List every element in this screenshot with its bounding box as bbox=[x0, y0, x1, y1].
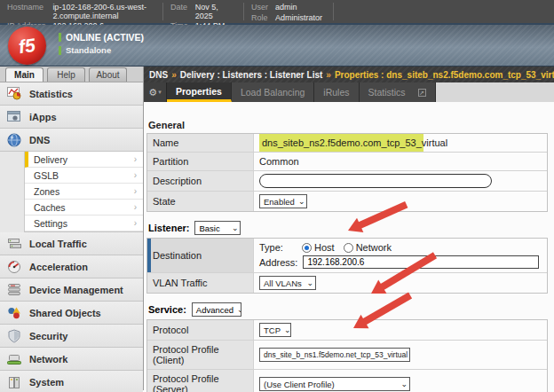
protocol-profile-server-select[interactable]: (Use Client Profile) bbox=[259, 377, 410, 391]
sidebar-item-shared-objects[interactable]: Shared Objects bbox=[0, 302, 143, 325]
breadcrumb-dns[interactable]: DNS bbox=[149, 70, 168, 80]
dns-globe-icon bbox=[7, 133, 22, 147]
sidebar-tabs: Main Help About bbox=[0, 67, 143, 82]
dns-label: DNS bbox=[29, 135, 50, 145]
sidebar-item-settings[interactable]: Settings bbox=[25, 216, 143, 231]
sidebar-item-device-management[interactable]: Device Management bbox=[0, 278, 143, 302]
f5-logo[interactable]: f5 bbox=[8, 27, 46, 65]
date-label: Date bbox=[170, 3, 188, 20]
options-gear-button[interactable]: ⚙ ▾ bbox=[144, 82, 167, 102]
name-row: Name dns_siteb_ns2.f5demo.com_tcp_53_vir… bbox=[147, 134, 547, 153]
acceleration-label: Acceleration bbox=[29, 262, 88, 272]
type-host-label: Host bbox=[314, 242, 335, 253]
network-icon bbox=[7, 352, 22, 365]
protocol-select[interactable]: TCP bbox=[259, 323, 291, 337]
network-label: Network bbox=[29, 354, 67, 365]
service-section-header: Service: Advanced bbox=[148, 302, 554, 317]
tab-properties[interactable]: Properties bbox=[167, 82, 232, 102]
protocol-row: Protocol TCP bbox=[147, 320, 547, 341]
protocol-profile-server-label: Protocol Profile (Server) bbox=[147, 370, 254, 392]
service-heading: Service: bbox=[148, 304, 186, 315]
tab-load-balancing-label: Load Balancing bbox=[241, 87, 305, 98]
state-select[interactable]: Enabled bbox=[259, 194, 307, 208]
vlan-traffic-select[interactable]: All VLANs bbox=[259, 276, 316, 290]
host-info-group: Hostname ip-102-168-200-6.us-west-2.comp… bbox=[0, 0, 162, 23]
service-mode-select[interactable]: Advanced bbox=[192, 302, 241, 317]
protocol-profile-client-label: Protocol Profile (Client) bbox=[147, 341, 254, 369]
service-table: Protocol TCP Protocol Profile (Client) d… bbox=[146, 319, 548, 392]
date-value: Nov 5, 2025 bbox=[195, 3, 236, 20]
name-label: Name bbox=[147, 134, 254, 152]
type-host-radio[interactable] bbox=[302, 243, 312, 253]
tab-properties-label: Properties bbox=[176, 86, 222, 97]
acceleration-icon bbox=[7, 260, 22, 273]
security-label: Security bbox=[29, 331, 67, 341]
sidebar-item-system[interactable]: System bbox=[0, 371, 143, 392]
tab-about[interactable]: About bbox=[89, 67, 127, 82]
partition-label: Partition bbox=[147, 153, 254, 170]
breadcrumb-current: Properties : dns_siteb_ns2.f5demo.com_tc… bbox=[335, 70, 554, 80]
sidebar-item-local-traffic[interactable]: Local Traffic bbox=[0, 232, 143, 255]
partition-value: Common bbox=[254, 153, 547, 170]
sidebar: Main Help About Statistics iApps bbox=[0, 67, 144, 390]
local-traffic-label: Local Traffic bbox=[29, 239, 87, 249]
role-label: Role bbox=[251, 13, 268, 23]
type-network-radio[interactable] bbox=[344, 243, 353, 253]
hostname-label: Hostname bbox=[7, 3, 45, 20]
description-input[interactable] bbox=[259, 174, 492, 188]
sidebar-item-security[interactable]: Security bbox=[0, 325, 143, 348]
protocol-profile-client-row: Protocol Profile (Client) dns_site_b_ns1… bbox=[147, 341, 547, 370]
partition-row: Partition Common bbox=[147, 153, 547, 171]
sidebar-item-statistics[interactable]: Statistics bbox=[0, 82, 143, 106]
f5-logo-text: f5 bbox=[18, 34, 37, 57]
local-traffic-icon bbox=[7, 237, 22, 250]
tab-load-balancing[interactable]: Load Balancing bbox=[232, 82, 314, 102]
name-value-highlighted: dns_siteb_ns2.f5demo.com_tcp_53_virtual bbox=[259, 134, 423, 152]
tab-irules[interactable]: iRules bbox=[314, 82, 359, 102]
listener-heading: Listener: bbox=[148, 223, 189, 233]
device-status: ONLINE (ACTIVE) Standalone bbox=[59, 32, 144, 58]
state-label: State bbox=[147, 192, 254, 211]
protocol-profile-client-select[interactable]: dns_site_b_ns1.f5demo.net_tcp_53_virtual bbox=[259, 348, 410, 362]
content-tabbar: ⚙ ▾ Properties Load Balancing iRules Sta… bbox=[144, 82, 554, 102]
description-row: Description bbox=[147, 171, 547, 192]
properties-form: General Name dns_siteb_ns2.f5demo.com_tc… bbox=[144, 102, 554, 390]
tab-statistics-label: Statistics bbox=[368, 87, 406, 98]
sidebar-item-zones[interactable]: Zones bbox=[25, 184, 143, 200]
destination-highlight-bar bbox=[147, 239, 151, 272]
gear-icon: ⚙ bbox=[148, 88, 157, 98]
vlan-traffic-label: VLAN Traffic bbox=[147, 273, 254, 293]
dns-submenu: Delivery GSLB Zones Caches Settings bbox=[24, 152, 143, 232]
user-info-group: User admin Role Administrator bbox=[244, 0, 333, 23]
hostname-value: ip-102-168-200-6.us-west-2.compute.inter… bbox=[52, 3, 155, 20]
system-icon bbox=[7, 376, 22, 389]
statistics-icon bbox=[7, 87, 22, 100]
breadcrumb-trail[interactable]: Delivery : Listeners : Listener List bbox=[180, 70, 323, 80]
online-status-text: ONLINE (ACTIVE) bbox=[66, 32, 144, 43]
address-label: Address: bbox=[259, 257, 297, 268]
sidebar-item-dns[interactable]: DNS bbox=[0, 129, 143, 152]
listener-mode-select[interactable]: Basic bbox=[194, 221, 241, 235]
sidebar-item-iapps[interactable]: iApps bbox=[0, 106, 143, 129]
address-input[interactable] bbox=[303, 255, 539, 269]
listener-table: Destination Type: Host Network Address: bbox=[146, 238, 548, 294]
topbar-divider bbox=[333, 3, 334, 20]
tab-help[interactable]: Help bbox=[47, 67, 85, 82]
sidebar-item-delivery[interactable]: Delivery bbox=[25, 152, 143, 168]
device-management-icon bbox=[7, 283, 22, 296]
datetime-group: Date Nov 5, 2025 Time 1:44 PM (PST) bbox=[163, 0, 243, 23]
tab-main[interactable]: Main bbox=[5, 67, 44, 82]
sidebar-item-acceleration[interactable]: Acceleration bbox=[0, 255, 143, 278]
type-network-label: Network bbox=[356, 242, 392, 253]
shared-objects-icon bbox=[7, 306, 22, 319]
brand-banner: f5 ONLINE (ACTIVE) Standalone bbox=[0, 25, 554, 67]
sidebar-item-gslb[interactable]: GSLB bbox=[25, 168, 143, 184]
sidebar-item-caches[interactable]: Caches bbox=[25, 200, 143, 216]
listener-section-header: Listener: Basic bbox=[148, 221, 554, 235]
shared-objects-label: Shared Objects bbox=[29, 308, 101, 318]
caret-down-icon: ▾ bbox=[158, 89, 162, 96]
type-label: Type: bbox=[259, 242, 297, 253]
tab-statistics[interactable]: Statistics ↗ bbox=[360, 82, 436, 102]
sidebar-item-network[interactable]: Network bbox=[0, 348, 143, 371]
state-row: State Enabled bbox=[147, 192, 547, 211]
